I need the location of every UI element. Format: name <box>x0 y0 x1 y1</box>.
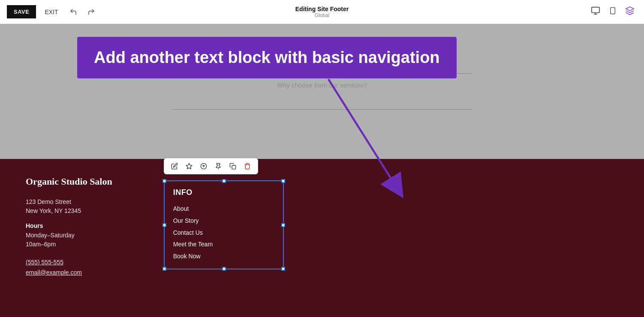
footer-phone[interactable]: (555) 555-555 <box>26 257 112 268</box>
handle-bottom-middle[interactable] <box>222 267 226 271</box>
redo-button[interactable] <box>85 6 98 18</box>
redo-icon <box>87 8 95 16</box>
pencil-icon <box>171 163 178 170</box>
canvas-upper: Why choose from our services? Add anothe… <box>0 24 644 159</box>
page-title: Editing Site Footer <box>295 6 349 12</box>
handle-middle-left[interactable] <box>163 223 166 227</box>
ctx-style-button[interactable] <box>183 161 195 171</box>
info-block[interactable]: INFO About Our Story Contact Us Meet the… <box>164 180 284 269</box>
info-block-wrapper: INFO About Our Story Contact Us Meet the… <box>164 180 284 269</box>
divider-bottom <box>172 109 472 110</box>
desktop-icon <box>591 6 600 15</box>
link-contact-us[interactable]: Contact Us <box>173 228 274 238</box>
hours-days: Monday–Saturday <box>26 231 112 240</box>
footer-brand: Organic Studio Salon <box>26 176 112 187</box>
publish-button[interactable] <box>623 4 637 19</box>
svg-rect-10 <box>232 165 236 169</box>
link-meet-the-team[interactable]: Meet the Team <box>173 239 274 250</box>
handle-top-left[interactable] <box>163 179 166 183</box>
undo-icon <box>69 8 77 16</box>
style-icon <box>186 163 193 170</box>
info-block-title: INFO <box>173 188 274 197</box>
pin-icon <box>215 163 222 170</box>
footer-left-column: Organic Studio Salon 123 Demo Street New… <box>26 176 112 278</box>
footer-contact: (555) 555-555 email@example.com <box>26 257 112 278</box>
svg-rect-0 <box>592 7 599 13</box>
publish-icon <box>625 6 635 15</box>
toolbar-center: Editing Site Footer Global <box>295 6 349 18</box>
ctx-delete-button[interactable] <box>241 161 253 171</box>
link-book-now[interactable]: Book Now <box>173 251 274 262</box>
context-toolbar <box>164 158 258 174</box>
address-line2: New York, NY 12345 <box>26 206 112 215</box>
trash-icon <box>244 163 251 170</box>
undo-button[interactable] <box>67 6 80 18</box>
handle-bottom-right[interactable] <box>281 267 285 271</box>
footer-hours: Monday–Saturday 10am–6pm <box>26 231 112 249</box>
desktop-view-button[interactable] <box>588 4 603 19</box>
mobile-icon <box>609 6 617 15</box>
handle-top-right[interactable] <box>281 179 285 183</box>
toolbar-right <box>588 4 637 19</box>
ctx-edit-button[interactable] <box>169 161 181 171</box>
footer-email[interactable]: email@example.com <box>26 268 112 278</box>
canvas-footer: Organic Studio Salon 123 Demo Street New… <box>0 159 644 317</box>
ctx-pin-button[interactable] <box>212 161 224 171</box>
handle-bottom-left[interactable] <box>163 267 166 271</box>
hours-time: 10am–6pm <box>26 240 112 249</box>
ctx-duplicate-button[interactable] <box>227 161 239 171</box>
exit-button[interactable]: EXIT <box>41 7 61 17</box>
save-button[interactable]: SAVE <box>7 5 36 18</box>
link-about[interactable]: About <box>173 204 274 214</box>
toolbar-left: SAVE EXIT <box>7 5 98 18</box>
ctx-move-up-button[interactable] <box>198 161 210 171</box>
address-line1: 123 Demo Street <box>26 197 112 206</box>
annotation-text: Add another text block with basic naviga… <box>94 48 440 66</box>
annotation-box: Add another text block with basic naviga… <box>77 37 457 78</box>
link-our-story[interactable]: Our Story <box>173 216 274 226</box>
handle-middle-right[interactable] <box>281 223 285 227</box>
footer-hours-label: Hours <box>26 222 112 229</box>
handle-top-middle[interactable] <box>222 179 226 183</box>
move-up-icon <box>200 163 207 170</box>
mobile-view-button[interactable] <box>606 4 619 19</box>
info-block-links: About Our Story Contact Us Meet the Team… <box>173 204 274 262</box>
page-subtitle: Global <box>295 12 349 18</box>
canvas: Why choose from our services? Add anothe… <box>0 24 644 317</box>
footer-address: 123 Demo Street New York, NY 12345 <box>26 197 112 215</box>
toolbar: SAVE EXIT Editing Site Footer Global <box>0 0 644 24</box>
duplicate-icon <box>229 163 236 170</box>
blurred-content: Why choose from our services? <box>277 81 367 89</box>
